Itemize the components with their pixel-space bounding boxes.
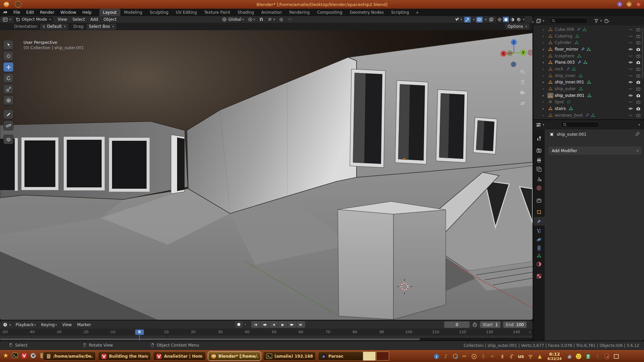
workspace-tab-geometry-nodes[interactable]: Geometry Nodes [346, 9, 387, 16]
viewport-3d-scene[interactable] [0, 30, 533, 320]
outliner-item-spot[interactable]: ▸Spot [533, 99, 644, 106]
tray-wifi-icon[interactable] [527, 354, 533, 359]
eye-hidden-icon[interactable] [628, 86, 633, 91]
camera-enabled-icon[interactable] [636, 80, 641, 84]
tray-player-icon[interactable] [471, 354, 477, 359]
toolbar-annotate-button[interactable] [3, 110, 13, 119]
taskbar-window--home-amalie-de-[interactable]: /home/amalie/De... [43, 352, 96, 361]
mesh-object-icon[interactable] [547, 93, 553, 98]
menu-render[interactable]: Render [37, 9, 57, 16]
taskbar-window-analiestar-hom-[interactable]: AnalieStar | Hom... [153, 352, 206, 361]
properties-tab-world[interactable] [533, 184, 545, 192]
disclosure-triangle-icon[interactable]: ▸ [543, 87, 547, 90]
properties-search-box[interactable] [560, 122, 599, 128]
properties-tab-render[interactable] [533, 146, 545, 155]
tray-scissors-icon[interactable]: ✂ [462, 354, 468, 359]
timeline-ruler[interactable]: -50-40-30-20-100102030405060708090100110… [0, 329, 533, 336]
tray-dictionary-icon[interactable]: a [604, 354, 610, 359]
workspace-tab-sculpting[interactable]: Sculpting [146, 9, 172, 16]
toolbar-measure-button[interactable] [3, 121, 13, 130]
outliner-item-rock[interactable]: ▸rock [533, 66, 644, 72]
taskbar-window-building-the-hang-[interactable]: Building the Hang... [98, 352, 151, 361]
workspace-tab-modeling[interactable]: Modeling [120, 9, 146, 16]
tray-info-icon[interactable] [433, 354, 439, 359]
gizmos-dropdown[interactable]: ▾ [473, 18, 475, 21]
launcher-vivaldi-icon[interactable] [21, 353, 27, 359]
shading-solid-button[interactable] [503, 17, 509, 22]
tray-smiley-icon[interactable] [576, 353, 582, 359]
workspace-tab-uv-editing[interactable]: UV Editing [172, 9, 201, 16]
gizmo-minus-x-axis[interactable] [528, 50, 533, 55]
outliner-item-ship-inner[interactable]: ▸ship_inner [533, 72, 644, 79]
disclosure-triangle-icon[interactable]: ▸ [543, 61, 547, 64]
outliner-item-windows-bool[interactable]: ▸windows_bool [533, 112, 644, 119]
eye-hidden-icon[interactable] [628, 54, 633, 58]
frame-start-field[interactable]: Start 1 [480, 321, 500, 328]
outliner-item-cylinder[interactable]: ▸Cylinder [533, 39, 644, 46]
zoom-view-button[interactable] [520, 69, 526, 75]
workspace-tab-shading[interactable]: Shading [234, 9, 258, 16]
mode-dropdown[interactable]: Object Mode ▾ [14, 17, 53, 22]
eye-hidden-icon[interactable] [628, 34, 633, 39]
outliner-item-ship-outer[interactable]: ▸ship_outer [533, 85, 644, 92]
tray-recorder-icon[interactable] [452, 354, 458, 359]
viewport-menu-select[interactable]: Select [70, 17, 88, 22]
disclosure-triangle-icon[interactable]: ▸ [543, 67, 547, 71]
proportional-editing-toggle[interactable] [278, 17, 284, 22]
tray-bluetooth-icon[interactable] [499, 354, 505, 359]
properties-editor-type-dropdown[interactable]: ▾ [536, 122, 544, 127]
eye-hidden-icon[interactable] [628, 67, 633, 71]
disclosure-triangle-icon[interactable]: ▸ [543, 54, 547, 58]
shading-material-button[interactable] [509, 17, 515, 22]
camera-disabled-icon[interactable] [636, 86, 641, 91]
eye-hidden-icon[interactable] [628, 113, 633, 118]
properties-tab-view-layer[interactable] [533, 165, 545, 174]
workspace-cell-current[interactable] [363, 352, 376, 361]
disclosure-triangle-icon[interactable]: ▸ [543, 35, 547, 38]
eye-hidden-icon[interactable] [628, 40, 633, 45]
properties-tab-material[interactable] [533, 260, 545, 268]
tray-updates-icon[interactable]: ▲ [537, 354, 543, 359]
eye-hidden-icon[interactable] [628, 73, 633, 78]
tray-volume-muted-icon[interactable] [490, 354, 496, 359]
object-visibility-dropdown[interactable]: ▾ [454, 17, 463, 22]
timeline-menu-playback[interactable]: Playback▾ [13, 322, 39, 327]
window-close-button[interactable]: × [636, 1, 641, 7]
pivot-point-dropdown[interactable]: ▾ [247, 17, 256, 22]
timeline-menu-marker[interactable]: Marker [74, 322, 94, 327]
overlays-toggle[interactable] [476, 17, 483, 22]
outliner-filter-dropdown[interactable]: ▾ [594, 18, 602, 23]
properties-tab-data[interactable] [533, 251, 545, 260]
play-button[interactable]: ▶ [278, 321, 287, 328]
camera-disabled-icon[interactable] [636, 67, 641, 71]
eye-hidden-icon[interactable] [628, 100, 633, 104]
toolbar-transform-button[interactable] [3, 96, 13, 105]
menu-file[interactable]: File [10, 9, 23, 16]
mesh-object-icon[interactable] [547, 113, 553, 118]
camera-disabled-icon[interactable] [636, 73, 641, 78]
menu-edit[interactable]: Edit [23, 9, 37, 16]
timeline-track[interactable] [0, 336, 533, 338]
disclosure-triangle-icon[interactable]: ▸ [543, 28, 547, 31]
toolbar-scale-button[interactable] [3, 84, 13, 94]
timeline-editor-type-button[interactable]: ▾ [3, 322, 11, 327]
xray-toggle[interactable] [488, 17, 494, 22]
tray-rose-icon[interactable] [594, 354, 600, 359]
tray-usb-icon[interactable] [508, 354, 515, 359]
outliner-item-ship-inner-001[interactable]: ▸ship_inner.001 [533, 79, 644, 86]
gizmo-minus-z-axis[interactable] [511, 62, 516, 67]
toolbar-add-cube-button[interactable] [3, 135, 13, 144]
mesh-object-icon[interactable] [547, 73, 553, 78]
options-button[interactable]: Options ▾ [505, 23, 529, 29]
camera-disabled-icon[interactable] [636, 40, 641, 45]
eye-visible-icon[interactable] [628, 80, 633, 84]
camera-enabled-icon[interactable] [636, 106, 641, 111]
add-modifier-button[interactable]: Add Modifier ▾ [549, 147, 641, 155]
tray-mic-icon[interactable] [480, 354, 486, 359]
properties-tab-physics[interactable] [533, 235, 545, 244]
record-options-dropdown[interactable]: ▾ [245, 323, 246, 326]
properties-search-input[interactable] [567, 123, 597, 127]
mesh-object-icon[interactable] [547, 54, 553, 58]
toolbar-move-button[interactable] [3, 62, 13, 72]
properties-tab-modifiers[interactable] [533, 217, 545, 226]
